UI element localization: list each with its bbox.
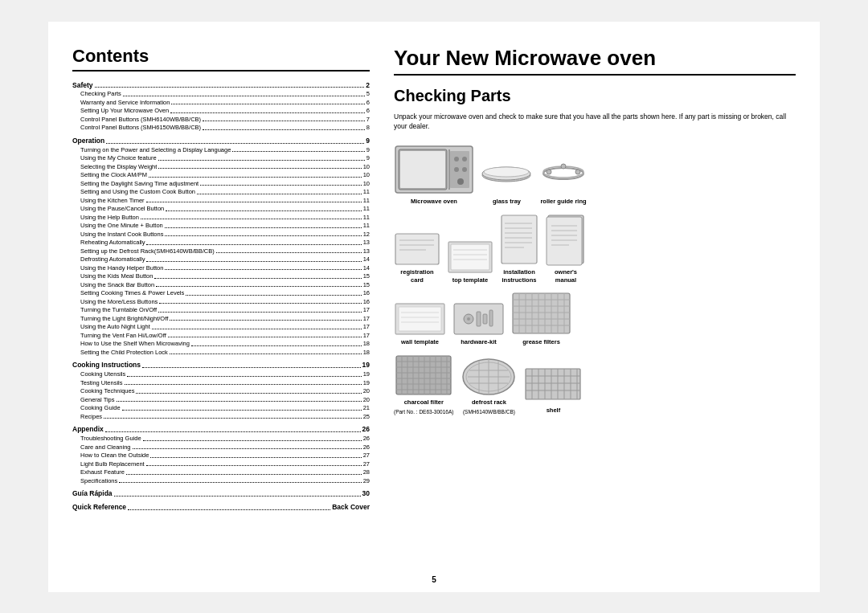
part-installation-instructions: installationinstructions	[500, 214, 538, 284]
toc-entry: Setting the Child Protection Lock18	[72, 349, 370, 358]
toc-entry: Setting the Daylight Saving Time adjustm…	[72, 180, 370, 189]
toc-entry: Using the Kitchen Timer11	[72, 197, 370, 206]
defrost-rack-icon	[460, 354, 518, 396]
toc-entry: Using the Handy Helper Button14	[72, 264, 370, 273]
toc-entry: Quick ReferenceBack Cover	[72, 503, 370, 513]
svg-point-4	[454, 157, 459, 161]
svg-rect-27	[502, 215, 537, 264]
toc-entry: Setting the Clock AM/PM10	[72, 171, 370, 180]
part-roller-ring: roller guide ring	[539, 143, 588, 206]
part-defrost-rack-sublabel: (SMH6140WB/BB/CB)	[463, 409, 515, 415]
part-charcoal-filter: charcoal filter (Part No. : DE63-30016A)	[394, 354, 453, 415]
toc-entry: Setting Up Your Microwave Oven6	[72, 107, 370, 116]
toc-entry: Turning on the Power and Selecting a Dis…	[72, 146, 370, 155]
toc-entry: Warranty and Service Information6	[72, 99, 370, 108]
part-roller-ring-label: roller guide ring	[540, 198, 586, 206]
svg-rect-23	[451, 244, 489, 270]
parts-row-3: wall template hardware-kit	[394, 292, 796, 346]
svg-point-5	[462, 157, 467, 161]
toc-entry: General Tips20	[72, 396, 370, 405]
hardware-kit-icon	[452, 302, 505, 336]
part-charcoal-filter-label: charcoal filter	[404, 398, 444, 407]
part-wall-template-label: wall template	[401, 338, 439, 346]
part-hardware-kit-label: hardware-kit	[461, 338, 497, 346]
parts-row-1: Microwave oven glass tray roller	[394, 143, 796, 206]
toc-entry: Light Bulb Replacement27	[72, 460, 370, 469]
roller-guide-ring-icon	[539, 143, 588, 195]
part-registration-card-label: registrationcard	[400, 268, 433, 284]
toc-entry: Setting up the Defrost Rack(SMH6140WB/BB…	[72, 247, 370, 256]
page-number: 5	[432, 575, 436, 584]
toc-entry: Using the Snack Bar Button15	[72, 281, 370, 290]
part-shelf: shelf	[524, 362, 582, 415]
grease-filters-icon	[511, 292, 571, 336]
svg-point-8	[457, 178, 464, 185]
toc-entry: Safety2	[72, 81, 370, 91]
wall-template-icon	[394, 302, 446, 336]
toc-entry: Reheating Automatically13	[72, 239, 370, 247]
right-section-title: Your New Microwave oven	[394, 46, 796, 76]
owners-manual-icon	[545, 214, 587, 266]
toc-entry: Using the Auto Night Light17	[72, 323, 370, 332]
svg-point-15	[547, 170, 551, 174]
toc-entry: Turning the Vent Fan Hi/Low/Off17	[72, 332, 370, 341]
part-microwave-label: Microwave oven	[411, 198, 457, 206]
toc-entry: Control Panel Buttons (SMH6150WB/BB/CB)8	[72, 124, 370, 133]
toc-entry: Cooking Techniques20	[72, 387, 370, 396]
svg-rect-49	[477, 312, 481, 326]
toc-entry: Appendix26	[72, 425, 370, 435]
toc-entry: Checking Parts5	[72, 90, 370, 99]
part-grease-filters-label: grease filters	[522, 338, 560, 346]
installation-instructions-icon	[500, 214, 538, 266]
contents-title: Contents	[72, 46, 370, 72]
toc-entry: Using the Kids Meal Button15	[72, 272, 370, 281]
part-shelf-label: shelf	[547, 407, 561, 415]
part-glass-tray-label: glass tray	[493, 198, 521, 206]
toc-entry: Turning the Light Bright/Night/Off17	[72, 315, 370, 324]
svg-point-6	[454, 167, 459, 172]
toc-entry: Exhaust Feature28	[72, 468, 370, 477]
toc-entry: How to Clean the Outside27	[72, 452, 370, 460]
toc-entry: Using the My Choice feature9	[72, 154, 370, 163]
part-top-template: top template	[447, 240, 493, 284]
checking-parts-title: Checking Parts	[394, 87, 796, 105]
toc-entry: Setting Cooking Times & Power Levels16	[72, 289, 370, 298]
svg-rect-50	[483, 314, 487, 324]
toc-entry: Defrosting Automatically14	[72, 255, 370, 264]
part-charcoal-filter-sublabel: (Part No. : DE63-30016A)	[394, 409, 453, 415]
toc-entry: Setting and Using the Custom Cook Button…	[72, 188, 370, 197]
svg-point-16	[561, 164, 566, 169]
toc-entry: Testing Utensils19	[72, 379, 370, 388]
part-defrost-rack-label: defrost rack	[472, 398, 506, 407]
part-top-template-label: top template	[452, 276, 489, 284]
svg-rect-51	[489, 310, 493, 326]
part-glass-tray: glass tray	[481, 143, 533, 206]
svg-point-12	[484, 167, 529, 177]
registration-card-icon	[394, 232, 440, 266]
toc-entry: Using the One Minute + Button11	[72, 222, 370, 231]
part-grease-filters: grease filters	[511, 292, 571, 346]
page: Contents Safety2Checking Parts5Warranty …	[48, 22, 820, 592]
toc-entry: Recipes25	[72, 413, 370, 422]
toc-entry: Operation9	[72, 137, 370, 146]
svg-rect-90	[526, 369, 580, 399]
glass-tray-icon	[481, 143, 533, 195]
part-wall-template: wall template	[394, 302, 446, 346]
part-defrost-rack: defrost rack (SMH6140WB/BB/CB)	[460, 354, 518, 415]
part-microwave: Microwave oven	[394, 143, 474, 206]
toc-entry: Using the More/Less Buttons16	[72, 298, 370, 307]
svg-point-7	[462, 167, 467, 172]
top-template-icon	[447, 240, 493, 274]
left-column: Contents Safety2Checking Parts5Warranty …	[72, 46, 370, 576]
parts-row-2: registrationcard top template	[394, 214, 796, 284]
toc-entry: Cooking Guide21	[72, 404, 370, 413]
part-registration-card: registrationcard	[394, 232, 440, 284]
toc-entry: Using the Help Button11	[72, 214, 370, 223]
part-owners-manual-label: owner'smanual	[555, 268, 577, 284]
svg-rect-35	[547, 217, 582, 265]
svg-rect-18	[395, 234, 439, 264]
right-column: Your New Microwave oven Checking Parts U…	[394, 46, 796, 576]
toc-entry: Using the Pause/Cancel Button11	[72, 205, 370, 214]
svg-rect-2	[400, 151, 445, 188]
toc-entry: Cooking Utensils19	[72, 370, 370, 379]
